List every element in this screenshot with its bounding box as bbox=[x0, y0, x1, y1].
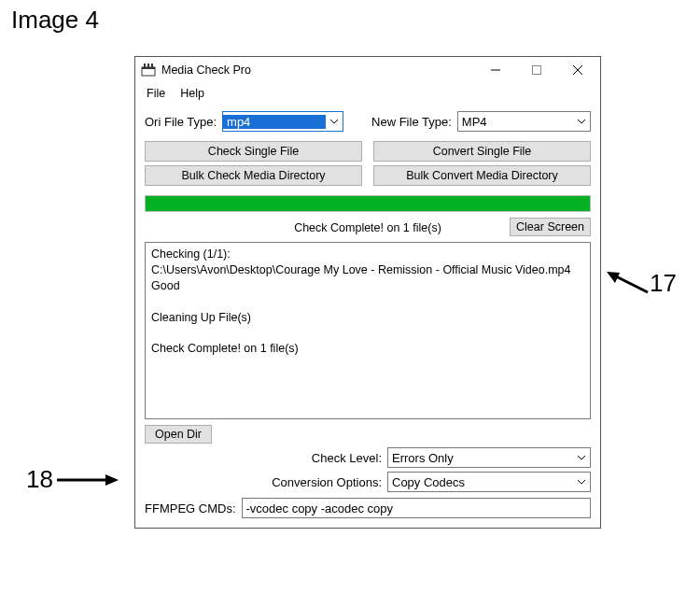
ffmpeg-cmds-row: FFMPEG CMDs: -vcodec copy -acodec copy bbox=[145, 498, 591, 518]
filetype-row: Ori File Type: mp4 New File Type: MP4 bbox=[145, 111, 591, 132]
progress-bar bbox=[145, 195, 591, 212]
clear-screen-button[interactable]: Clear Screen bbox=[510, 218, 591, 236]
check-level-value: Errors Only bbox=[388, 451, 573, 465]
chevron-down-icon bbox=[573, 448, 590, 467]
new-filetype-value: MP4 bbox=[458, 115, 573, 129]
log-output[interactable]: Checking (1/1): C:\Users\Avon\Desktop\Co… bbox=[145, 242, 591, 419]
arrow-icon bbox=[53, 471, 120, 489]
open-dir-row: Open Dir bbox=[145, 425, 591, 444]
chevron-down-icon bbox=[573, 112, 590, 131]
conversion-options-label: Conversion Options: bbox=[145, 475, 382, 489]
ffmpeg-cmds-input[interactable]: -vcodec copy -acodec copy bbox=[242, 498, 592, 518]
check-level-combo[interactable]: Errors Only bbox=[387, 447, 591, 468]
check-dir-button[interactable]: Bulk Check Media Directory bbox=[145, 165, 362, 186]
svg-line-9 bbox=[614, 275, 648, 292]
callout-17-number: 17 bbox=[650, 269, 677, 298]
check-column: Check Single File Bulk Check Media Direc… bbox=[145, 141, 362, 186]
window-title: Media Check Pro bbox=[161, 64, 475, 77]
svg-rect-6 bbox=[533, 66, 541, 75]
action-buttons-row: Check Single File Bulk Check Media Direc… bbox=[145, 141, 591, 186]
svg-rect-2 bbox=[147, 64, 149, 67]
content-area: Ori File Type: mp4 New File Type: MP4 Ch… bbox=[135, 104, 600, 528]
window-controls bbox=[475, 57, 598, 83]
status-row: Check Complete! on 1 file(s) Clear Scree… bbox=[145, 218, 591, 238]
image-label: Image 4 bbox=[11, 6, 99, 35]
callout-17: 17 bbox=[605, 269, 677, 298]
convert-column: Convert Single File Bulk Convert Media D… bbox=[373, 141, 591, 186]
svg-marker-12 bbox=[105, 474, 119, 486]
check-level-label: Check Level: bbox=[145, 451, 382, 465]
conversion-options-value: Copy Codecs bbox=[388, 475, 573, 489]
ori-filetype-combo[interactable]: mp4 bbox=[222, 111, 343, 132]
svg-rect-4 bbox=[142, 67, 155, 69]
chevron-down-icon bbox=[573, 473, 590, 491]
app-window: Media Check Pro File Help Ori File Type:… bbox=[134, 56, 601, 529]
ori-filetype-label: Ori File Type: bbox=[145, 115, 217, 129]
convert-single-button[interactable]: Convert Single File bbox=[373, 141, 591, 162]
ffmpeg-cmds-label: FFMPEG CMDs: bbox=[145, 501, 236, 515]
new-filetype-combo[interactable]: MP4 bbox=[457, 111, 591, 132]
help-menu[interactable]: Help bbox=[173, 85, 212, 102]
ori-filetype-value: mp4 bbox=[223, 115, 326, 129]
menubar: File Help bbox=[135, 83, 600, 104]
arrow-icon bbox=[605, 270, 650, 298]
open-dir-button[interactable]: Open Dir bbox=[145, 425, 212, 444]
maximize-button[interactable] bbox=[516, 57, 557, 83]
file-menu[interactable]: File bbox=[139, 85, 173, 102]
ffmpeg-cmds-value: -vcodec copy -acodec copy bbox=[246, 501, 394, 515]
svg-rect-3 bbox=[151, 64, 153, 67]
minimize-button[interactable] bbox=[475, 57, 516, 83]
new-filetype-label: New File Type: bbox=[371, 115, 452, 129]
close-button[interactable] bbox=[557, 57, 598, 83]
svg-rect-1 bbox=[144, 64, 146, 67]
convert-dir-button[interactable]: Bulk Convert Media Directory bbox=[373, 165, 591, 186]
callout-18: 18 bbox=[26, 465, 120, 494]
titlebar: Media Check Pro bbox=[135, 57, 600, 83]
check-level-row: Check Level: Errors Only bbox=[145, 447, 591, 468]
callout-18-number: 18 bbox=[26, 465, 53, 494]
conversion-options-combo[interactable]: Copy Codecs bbox=[387, 472, 591, 492]
conversion-options-row: Conversion Options: Copy Codecs bbox=[145, 472, 591, 492]
app-icon bbox=[141, 63, 156, 78]
chevron-down-icon bbox=[326, 112, 343, 131]
check-single-button[interactable]: Check Single File bbox=[145, 141, 362, 162]
